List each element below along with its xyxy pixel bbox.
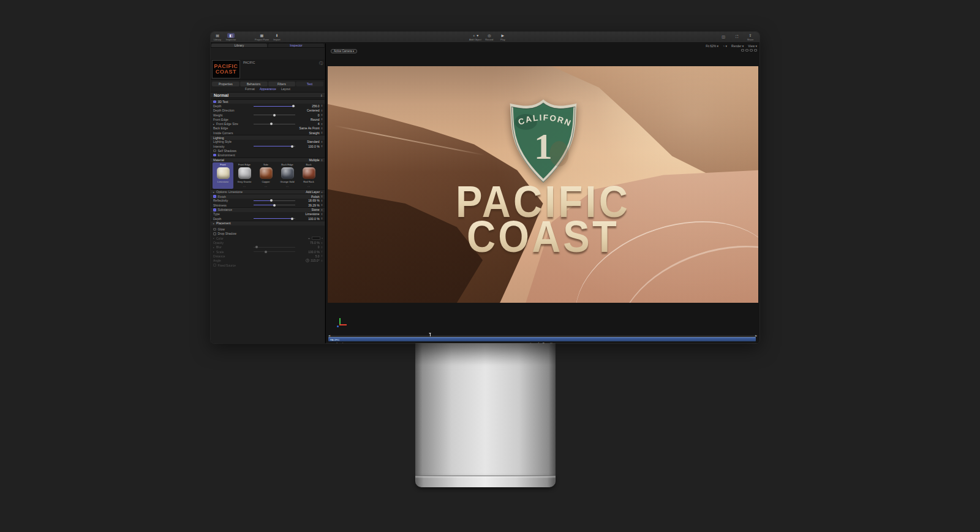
slider-knob[interactable] bbox=[265, 251, 267, 253]
row-depth-direction[interactable]: Depth DirectionCentered⇕ bbox=[211, 108, 325, 113]
circle-tool[interactable]: ⬯ ▾ bbox=[530, 342, 533, 343]
material-well-limestone[interactable]: FrontLimestone‹ › bbox=[213, 162, 233, 189]
slider-knob[interactable] bbox=[291, 145, 293, 148]
row-shininess[interactable]: Shininess39.29 %⇕ bbox=[211, 203, 325, 207]
material-stepper-icon[interactable]: ‹ › bbox=[286, 186, 288, 188]
row-scale[interactable]: ▸Scale100.0 %⇕ bbox=[211, 249, 325, 254]
layout-4up-button[interactable] bbox=[754, 49, 757, 51]
row-environment[interactable]: Environment bbox=[211, 153, 325, 158]
row-back-edge[interactable]: Back EdgeSame As Front⇕ bbox=[211, 126, 325, 131]
stepper-icon[interactable]: ⇕ bbox=[321, 131, 323, 134]
row-material[interactable]: MaterialMultiple⇕ bbox=[211, 158, 325, 162]
stepper-icon[interactable]: ⇕ bbox=[321, 259, 323, 262]
slider-knob[interactable] bbox=[270, 123, 273, 125]
row-reflectivity[interactable]: Reflectivity18.69 %⇕ bbox=[211, 199, 325, 203]
slider-knob[interactable] bbox=[291, 218, 293, 220]
row-drop-shadow[interactable]: Drop Shadow bbox=[211, 232, 325, 236]
slider-front-edge-size[interactable] bbox=[254, 124, 295, 124]
row-color[interactable]: ▸Color✒▾ bbox=[211, 236, 325, 240]
stepper-icon[interactable]: ⇕ bbox=[321, 159, 323, 162]
stepper-icon[interactable]: ⇕ bbox=[321, 199, 323, 202]
row-front-edge-size[interactable]: ▸Front Edge Size4⇕ bbox=[211, 121, 325, 126]
stepper-icon[interactable]: ⇕ bbox=[320, 94, 323, 97]
stepper-icon[interactable]: ⇕ bbox=[321, 195, 323, 198]
row-intensity[interactable]: Intensity100.0 %⇕ bbox=[211, 144, 325, 148]
stepper-icon[interactable]: ⇕ bbox=[321, 213, 323, 216]
row-glow[interactable]: Glow bbox=[211, 227, 325, 232]
row-fixed-source[interactable]: Fixed Source bbox=[211, 263, 325, 267]
row-options-limestone[interactable]: ▸Options: LimestoneAdd Layer∨ bbox=[211, 189, 325, 194]
select-transform-tool[interactable]: ➤ ▾ bbox=[328, 342, 332, 343]
stepper-icon[interactable]: ⇕ bbox=[321, 208, 323, 211]
adjust-tool[interactable]: ✥ bbox=[336, 342, 338, 343]
subtab-appearance[interactable]: Appearance bbox=[260, 87, 276, 91]
blend-mode-value[interactable]: Normal bbox=[214, 93, 228, 97]
material-stepper-icon[interactable]: ‹ › bbox=[243, 186, 245, 188]
slider-scale[interactable] bbox=[254, 251, 295, 252]
layout-3up-button[interactable] bbox=[750, 49, 753, 51]
row-type[interactable]: TypeLimestone⇕ bbox=[211, 212, 325, 216]
checkbox-self-shadows[interactable] bbox=[213, 150, 216, 153]
inspector-tab-text[interactable]: Text bbox=[296, 82, 323, 86]
row-lighting-style[interactable]: Lighting StyleStandard⇕ bbox=[211, 140, 325, 144]
row-placement[interactable]: ▸Placement bbox=[211, 221, 325, 225]
inspector-tab-behaviors[interactable]: Behaviors bbox=[240, 82, 268, 86]
project-thumbnail[interactable]: PACIFIC COAST bbox=[212, 60, 240, 78]
playhead[interactable] bbox=[430, 333, 431, 336]
row-depth[interactable]: Depth100.0 %⇕ bbox=[211, 216, 325, 221]
text-tool[interactable]: T ▾ bbox=[543, 342, 546, 343]
eyedropper-icon[interactable]: ✒ bbox=[308, 237, 311, 240]
panel-tab-library[interactable]: Library bbox=[211, 44, 267, 47]
row-self-shadows[interactable]: Self Shadows bbox=[211, 148, 325, 153]
stepper-icon[interactable]: ⇕ bbox=[321, 127, 323, 130]
row-3d-text[interactable]: 3D Text bbox=[211, 99, 325, 104]
project-pane-button[interactable]: ▦Project Pane bbox=[255, 32, 269, 42]
row-inside-corners[interactable]: Inside CornersStraight⇕ bbox=[211, 131, 325, 135]
inspector-tab-filters[interactable]: Filters bbox=[268, 82, 296, 86]
inspector-tab-properties[interactable]: Properties bbox=[212, 82, 239, 86]
row-finish[interactable]: FinishPolish⇕ bbox=[211, 194, 325, 198]
pen-tool[interactable]: ✎ ▾ bbox=[342, 342, 346, 343]
disclosure-icon[interactable]: ▸ bbox=[213, 237, 215, 240]
row-distance[interactable]: Distance5.0⇕ bbox=[211, 254, 325, 258]
color-popup-icon[interactable]: ▾ bbox=[322, 237, 323, 240]
disclosure-icon[interactable]: ▸ bbox=[213, 191, 215, 194]
material-well-red-rock[interactable]: BackRed Rock‹ › bbox=[298, 162, 319, 189]
add-object-button[interactable]: ＋ ▾Add Object bbox=[469, 32, 481, 42]
stepper-icon[interactable]: ⇕ bbox=[321, 140, 323, 143]
stepper-icon[interactable]: ⇕ bbox=[321, 217, 323, 220]
render-menu[interactable]: Render ▾ bbox=[731, 44, 744, 48]
stepper-icon[interactable]: ⇕ bbox=[321, 246, 323, 249]
3d-axis-widget[interactable] bbox=[334, 317, 346, 329]
view-menu[interactable]: View ▾ bbox=[748, 44, 757, 48]
mini-timeline-ruler[interactable]: ◀ ▶ bbox=[328, 334, 757, 336]
zoom-level-popup[interactable]: Fit 62% ▾ bbox=[706, 44, 718, 48]
slider-knob[interactable] bbox=[255, 246, 258, 248]
disclosure-icon[interactable]: ▸ bbox=[213, 250, 215, 253]
checkbox-glow[interactable] bbox=[213, 228, 216, 231]
disclosure-icon[interactable]: ▸ bbox=[213, 123, 215, 126]
blend-mode-header[interactable]: Normal ⇕ bbox=[211, 92, 325, 98]
pane-toggle-button[interactable]: ◫ bbox=[718, 32, 729, 42]
slider-intensity[interactable] bbox=[254, 146, 295, 146]
slider-weight[interactable] bbox=[254, 115, 295, 115]
row-front-edge[interactable]: Front EdgeRound⇕ bbox=[211, 117, 325, 121]
share-button[interactable]: ⇪Share bbox=[745, 32, 756, 42]
checkbox-substance[interactable] bbox=[213, 208, 216, 211]
material-well-copper[interactable]: SideCopper‹ › bbox=[255, 162, 276, 189]
slider-shininess[interactable] bbox=[254, 205, 295, 205]
stepper-icon[interactable]: ⇕ bbox=[321, 241, 323, 245]
stepper-icon[interactable]: ⇕ bbox=[321, 254, 323, 257]
stepper-icon[interactable]: ⇕ bbox=[321, 203, 323, 207]
add-layer-popup-icon[interactable]: ∨ bbox=[321, 191, 323, 194]
slider-depth[interactable] bbox=[254, 106, 295, 107]
color-swatch[interactable] bbox=[312, 237, 320, 240]
stepper-icon[interactable]: ⇕ bbox=[321, 118, 323, 121]
row-blur[interactable]: ▸Blur0⇕ bbox=[211, 245, 325, 249]
stepper-icon[interactable]: ⇕ bbox=[321, 123, 323, 126]
disclosure-icon[interactable]: ▸ bbox=[213, 246, 215, 249]
stepper-icon[interactable]: ⇕ bbox=[321, 113, 323, 116]
panel-tab-inspector[interactable]: Inspector bbox=[268, 44, 324, 47]
slider-knob[interactable] bbox=[273, 204, 276, 207]
inspector-button[interactable]: ◧Inspector bbox=[225, 32, 236, 42]
